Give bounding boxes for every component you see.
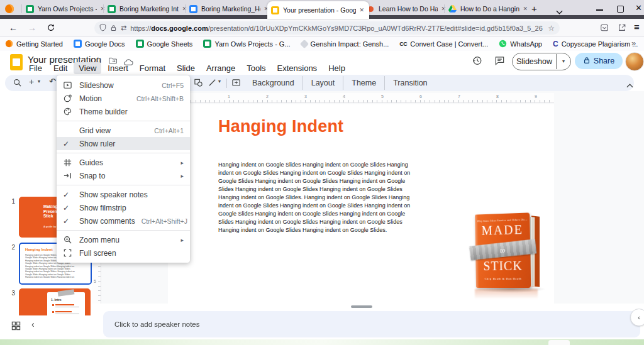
line-caret[interactable]: ▾ xyxy=(218,79,221,84)
grid-view-icon[interactable] xyxy=(11,321,21,333)
browser-tab-how-to-do-a-hanging-inde[interactable]: How to Do a Hanging Inde✕ xyxy=(445,3,533,15)
toolbar-theme-button[interactable]: Theme xyxy=(343,76,384,90)
bookmark-yarn-owls-projects-g[interactable]: Yarn Owls Projects - G... xyxy=(203,40,290,48)
bookmark-getting-started[interactable]: Getting Started xyxy=(5,40,63,48)
tracking-toggle-icon[interactable]: ⇄ xyxy=(121,24,126,32)
pocket-icon[interactable] xyxy=(600,23,609,35)
url-bar[interactable]: ⇄ https://docs.google.com/presentation/d… xyxy=(94,21,560,35)
slide-title-text[interactable]: Hanging Indent xyxy=(218,117,343,136)
menu-item-show-comments[interactable]: ✓Show commentsCtrl+Alt+Shift+J xyxy=(57,214,190,227)
share-page-icon[interactable] xyxy=(618,23,626,35)
bookmark-genshin-impact-gensh[interactable]: Genshin Impact: Gensh... xyxy=(301,40,389,48)
menu-item-slideshow[interactable]: SlideshowCtrl+F5 xyxy=(57,79,190,92)
collapse-filmstrip-chevron[interactable]: ‹ xyxy=(31,319,35,329)
slideshow-icon xyxy=(63,80,79,90)
menubar-slide[interactable]: Slide xyxy=(172,62,200,74)
bookmark-copyscape-plagiarism[interactable]: CCopyscape Plagiarism ... xyxy=(553,40,638,48)
lock-icon[interactable] xyxy=(110,23,117,34)
menu-item-guides[interactable]: Guides▸ xyxy=(57,156,190,169)
account-avatar[interactable] xyxy=(625,52,644,71)
notes-resize-handle[interactable] xyxy=(351,305,372,308)
menu-item-label: Motion xyxy=(79,94,102,103)
bookmark-convert-case-convert[interactable]: CCConvert Case | Convert... xyxy=(399,40,488,48)
menubar-insert[interactable]: Insert xyxy=(103,62,133,74)
text-box-icon[interactable] xyxy=(231,78,241,90)
line-icon[interactable] xyxy=(208,78,217,90)
firefox-icon[interactable] xyxy=(4,4,14,14)
menu-icon[interactable]: ≡ xyxy=(634,21,640,32)
slideshow-dropdown-caret[interactable]: ▾ xyxy=(556,54,570,69)
collapse-toolbar-chevron-icon[interactable] xyxy=(626,79,633,90)
search-menus-icon[interactable] xyxy=(13,78,22,90)
docs-icon xyxy=(74,40,82,48)
menu-item-snap-to[interactable]: Snap to▸ xyxy=(57,169,190,182)
shield-icon[interactable] xyxy=(99,23,106,34)
tab-close-button[interactable]: ✕ xyxy=(521,5,529,13)
shape-icon[interactable] xyxy=(194,78,203,90)
browser-tab-boring-marketing-how-to-[interactable]: Boring Marketing_How To D✕ xyxy=(186,3,274,15)
menubar-view[interactable]: View xyxy=(74,62,101,74)
share-button-label: Share xyxy=(594,57,614,65)
window-minimize-button[interactable] xyxy=(596,9,603,11)
url-text[interactable]: https://docs.google.com/presentation/d/1… xyxy=(130,25,543,32)
menu-item-label: Snap to xyxy=(79,172,105,180)
new-slide-button[interactable]: + xyxy=(29,77,34,87)
menu-item-motion[interactable]: MotionCtrl+Alt+Shift+B xyxy=(57,92,190,105)
whatsapp-icon xyxy=(499,40,507,48)
slides-logo-icon[interactable] xyxy=(10,54,23,70)
bookmark-google-sheets[interactable]: Google Sheets xyxy=(136,40,193,48)
menu-item-grid-view[interactable]: Grid viewCtrl+Alt+1 xyxy=(57,124,190,137)
bookmark-whatsapp[interactable]: WhatsApp xyxy=(499,40,542,48)
browser-tab-boring-marketing-interna[interactable]: Boring Marketing Internal -✕ xyxy=(104,3,192,15)
forward-button[interactable]: → xyxy=(28,23,36,33)
menubar-format[interactable]: Format xyxy=(135,62,170,74)
slide-body-text[interactable]: Hanging indent on Google Slides Hanging … xyxy=(218,161,416,234)
reload-button[interactable] xyxy=(47,23,55,35)
browser-tab-your-presentation-google[interactable]: Your presentation - Google✕ xyxy=(267,1,369,19)
slide-thumbnail-3[interactable]: 1. Intro xyxy=(19,288,91,315)
menu-item-full-screen[interactable]: Full screen xyxy=(57,246,190,260)
window-close-button[interactable]: ✕ xyxy=(635,3,642,13)
submenu-arrow-icon: ▸ xyxy=(180,237,184,243)
browser-tab-yarn-owls-projects-googl[interactable]: Yarn Owls Projects - Google✕ xyxy=(22,3,110,15)
menubar-extensions[interactable]: Extensions xyxy=(272,62,323,74)
new-tab-button[interactable]: + xyxy=(531,3,537,14)
new-slide-caret[interactable]: ▾ xyxy=(38,79,40,84)
toolbar-transition-button[interactable]: Transition xyxy=(384,76,435,90)
speaker-notes-panel[interactable]: Click to add speaker notes xyxy=(103,311,640,337)
menubar-edit[interactable]: Edit xyxy=(48,62,72,74)
toolbar-layout-button[interactable]: Layout xyxy=(303,76,343,90)
sheets-favicon xyxy=(26,5,34,13)
menubar-tools[interactable]: Tools xyxy=(242,62,270,74)
tab-list-chevron-icon[interactable] xyxy=(556,6,563,17)
browser-tab-learn-how-to-do-hanging-[interactable]: Learn How to Do Hanging I✕ xyxy=(363,3,451,15)
menubar-help[interactable]: Help xyxy=(323,62,350,74)
expand-panel-button[interactable]: ‹ xyxy=(630,309,644,326)
toolbar-background-button[interactable]: Background xyxy=(244,76,303,90)
tab-close-button[interactable]: ✕ xyxy=(358,6,365,14)
menu-item-zoom-menu[interactable]: Zoom menu▸ xyxy=(57,233,190,246)
window-maximize-button[interactable] xyxy=(617,6,624,13)
menu-item-show-ruler[interactable]: ✓Show ruler xyxy=(57,137,190,150)
menubar-file[interactable]: File xyxy=(24,62,47,74)
comments-icon[interactable] xyxy=(494,55,505,68)
menubar-arrange[interactable]: Arrange xyxy=(201,62,240,74)
back-button[interactable]: ← xyxy=(9,23,18,33)
version-history-icon[interactable] xyxy=(472,55,482,68)
ruler-number: 4 xyxy=(343,94,345,99)
menu-item-show-filmstrip[interactable]: ✓Show filmstrip xyxy=(57,201,190,214)
slideshow-button[interactable]: Slideshow ▾ xyxy=(512,53,571,70)
undo-icon[interactable]: ↶ xyxy=(49,77,56,86)
menu-item-show-speaker-notes[interactable]: ✓Show speaker notes xyxy=(57,188,190,201)
book-image[interactable]: Why Some Ideas Survive and Others Die...… xyxy=(470,209,554,300)
bookmark-google-docs[interactable]: Google Docs xyxy=(74,40,125,48)
share-button[interactable]: Share xyxy=(575,53,623,69)
bookmark-label: Convert Case | Convert... xyxy=(410,40,488,48)
menu-item-theme-builder[interactable]: Theme builder xyxy=(57,105,190,118)
tab-title: How to Do a Hanging Inde xyxy=(460,5,519,13)
slide-page[interactable]: Hanging Indent Hanging indent on Google … xyxy=(168,104,554,304)
bookmarks-overflow-chevron[interactable]: » xyxy=(631,38,636,48)
menu-item-label: Grid view xyxy=(79,126,111,135)
bookmark-star-icon[interactable]: ☆ xyxy=(548,24,555,33)
tab-title: Boring Marketing_How To D xyxy=(201,5,260,13)
